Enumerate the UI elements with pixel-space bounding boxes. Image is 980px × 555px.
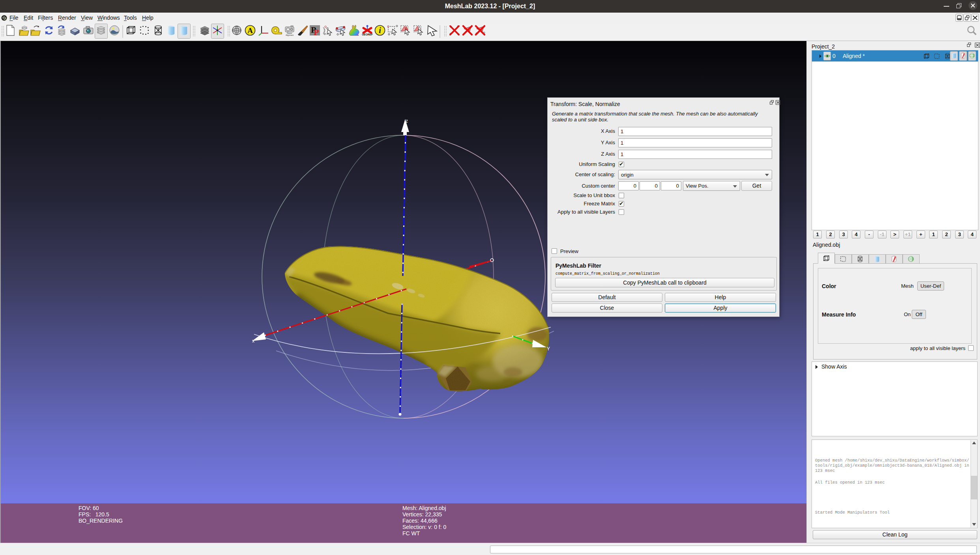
svg-text:P: P [314,27,319,37]
svg-text:i: i [379,26,381,35]
svg-text:A: A [247,26,253,35]
svg-text:Alignment: Alignment [286,34,294,36]
svg-text:GEOREF: GEOREF [362,33,372,36]
